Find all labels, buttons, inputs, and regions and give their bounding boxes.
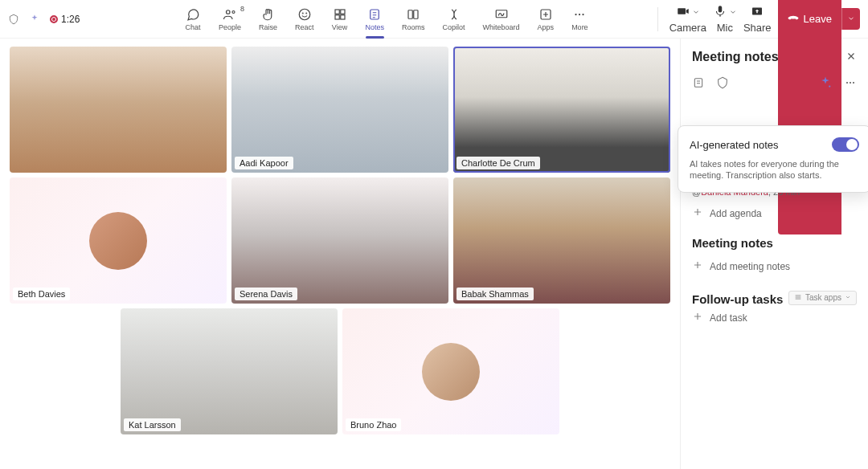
add-task-button[interactable]: Add task bbox=[692, 311, 857, 324]
ai-popover-description: AI takes notes for everyone during the m… bbox=[690, 158, 859, 181]
followup-tasks-heading: Follow-up tasks bbox=[692, 292, 783, 306]
svg-rect-17 bbox=[719, 6, 723, 12]
participant-tile[interactable]: Kat Larsson bbox=[121, 308, 338, 434]
svg-point-20 bbox=[829, 85, 830, 87]
panel-header: Meeting notes bbox=[692, 50, 857, 64]
leave-dropdown[interactable] bbox=[841, 8, 860, 30]
chevron-down-icon bbox=[692, 6, 700, 18]
share-icon bbox=[750, 4, 764, 21]
record-dot-icon bbox=[50, 15, 58, 23]
rooms-button[interactable]: Rooms bbox=[402, 6, 425, 31]
grid-icon bbox=[332, 6, 348, 22]
close-button[interactable] bbox=[845, 51, 857, 64]
hangup-icon bbox=[788, 12, 799, 26]
ai-notes-popover: AI-generated notes AI takes notes for ev… bbox=[678, 125, 868, 193]
apps-button[interactable]: Apps bbox=[538, 6, 555, 31]
video-grid: Aadi Kapoor Charlotte De Crum Beth Davie… bbox=[0, 39, 680, 469]
svg-rect-19 bbox=[694, 79, 702, 88]
chat-button[interactable]: Chat bbox=[185, 6, 201, 31]
react-button[interactable]: React bbox=[295, 6, 314, 31]
notes-button[interactable]: Notes bbox=[366, 6, 385, 31]
meeting-main: Aadi Kapoor Charlotte De Crum Beth Davie… bbox=[0, 39, 868, 469]
svg-point-14 bbox=[575, 14, 577, 15]
svg-rect-6 bbox=[340, 10, 344, 14]
panel-more-button[interactable] bbox=[844, 76, 857, 92]
ai-popover-title: AI-generated notes bbox=[690, 139, 779, 151]
participant-name: Aadi Kapoor bbox=[235, 157, 293, 169]
svg-point-16 bbox=[583, 14, 584, 15]
meeting-toolbar: 1:26 Chat 8 People Raise React View bbox=[0, 0, 868, 39]
copilot-button[interactable]: Copilot bbox=[443, 6, 465, 31]
sparkle-icon bbox=[29, 14, 40, 25]
panel-title: Meeting notes bbox=[692, 50, 779, 64]
participant-name: Beth Davies bbox=[13, 288, 70, 300]
ai-sparkle-button[interactable] bbox=[818, 75, 833, 92]
ai-notes-toggle[interactable] bbox=[832, 137, 859, 152]
panel-body: @Daniela Mandera, 20 min Add agenda Meet… bbox=[692, 182, 857, 341]
svg-point-2 bbox=[299, 9, 310, 20]
smiley-icon bbox=[297, 6, 313, 22]
mic-button[interactable]: Mic bbox=[713, 4, 737, 34]
plus-icon bbox=[692, 259, 703, 273]
panel-tabs bbox=[692, 75, 857, 92]
camera-button[interactable]: Camera bbox=[669, 4, 706, 34]
participant-name: Bruno Zhao bbox=[346, 418, 401, 431]
add-agenda-button[interactable]: Add agenda bbox=[692, 206, 857, 220]
participant-tile[interactable] bbox=[10, 47, 227, 173]
participant-name: Charlotte De Crum bbox=[457, 157, 540, 169]
svg-rect-11 bbox=[414, 10, 418, 19]
notes-panel: Meeting notes AI-generated notes AI take… bbox=[680, 39, 868, 469]
participant-tile[interactable]: Bruno Zhao bbox=[342, 308, 559, 434]
participant-tile[interactable]: Aadi Kapoor bbox=[231, 47, 448, 173]
avatar bbox=[89, 212, 147, 270]
svg-point-23 bbox=[853, 82, 854, 84]
svg-rect-7 bbox=[335, 15, 339, 19]
meeting-notes-heading: Meeting notes bbox=[692, 236, 857, 250]
svg-point-4 bbox=[306, 13, 307, 14]
more-icon bbox=[571, 6, 588, 22]
copilot-icon bbox=[446, 6, 462, 22]
add-meeting-notes-button[interactable]: Add meeting notes bbox=[692, 259, 857, 273]
share-button[interactable]: Share bbox=[743, 4, 772, 34]
task-apps-dropdown[interactable]: Task apps bbox=[788, 291, 857, 305]
chevron-down-icon bbox=[845, 293, 851, 302]
participant-tile[interactable]: Serena Davis bbox=[231, 177, 448, 304]
chevron-down-icon bbox=[729, 6, 737, 18]
hand-icon bbox=[260, 6, 276, 22]
shield-icon bbox=[8, 14, 19, 25]
people-button[interactable]: 8 People bbox=[219, 6, 241, 31]
plus-square-icon bbox=[538, 6, 554, 22]
notes-tab-icon[interactable] bbox=[692, 76, 705, 92]
participant-name: Babak Shammas bbox=[457, 288, 534, 300]
toolbar-center: Chat 8 People Raise React View Notes R bbox=[124, 6, 649, 31]
svg-point-15 bbox=[579, 14, 580, 15]
rooms-icon bbox=[405, 6, 421, 22]
toolbar-left: 1:26 bbox=[8, 14, 121, 25]
svg-point-1 bbox=[232, 11, 235, 14]
whiteboard-icon bbox=[493, 6, 510, 22]
list-icon bbox=[794, 293, 802, 303]
svg-rect-5 bbox=[335, 10, 339, 14]
participant-tile[interactable]: Beth Davies bbox=[10, 177, 227, 304]
notes-icon bbox=[366, 6, 383, 22]
record-time: 1:26 bbox=[61, 14, 80, 25]
plus-icon bbox=[692, 206, 703, 220]
svg-rect-8 bbox=[340, 15, 344, 19]
avatar bbox=[422, 343, 480, 401]
svg-point-3 bbox=[302, 13, 303, 14]
raise-hand-button[interactable]: Raise bbox=[259, 6, 277, 31]
recording-indicator: 1:26 bbox=[50, 14, 80, 25]
svg-point-22 bbox=[850, 82, 851, 84]
participant-name: Kat Larsson bbox=[124, 418, 181, 431]
participant-tile[interactable]: Babak Shammas bbox=[453, 177, 670, 304]
more-button[interactable]: More bbox=[571, 6, 588, 31]
svg-point-0 bbox=[226, 10, 230, 14]
people-icon: 8 bbox=[222, 6, 238, 22]
plus-icon bbox=[692, 311, 703, 324]
whiteboard-button[interactable]: Whiteboard bbox=[483, 6, 520, 31]
participant-tile[interactable]: Charlotte De Crum bbox=[453, 47, 670, 173]
view-button[interactable]: View bbox=[332, 6, 348, 31]
camera-icon bbox=[676, 4, 690, 21]
shield-tab-icon[interactable] bbox=[716, 76, 729, 92]
participant-name: Serena Davis bbox=[235, 288, 297, 300]
